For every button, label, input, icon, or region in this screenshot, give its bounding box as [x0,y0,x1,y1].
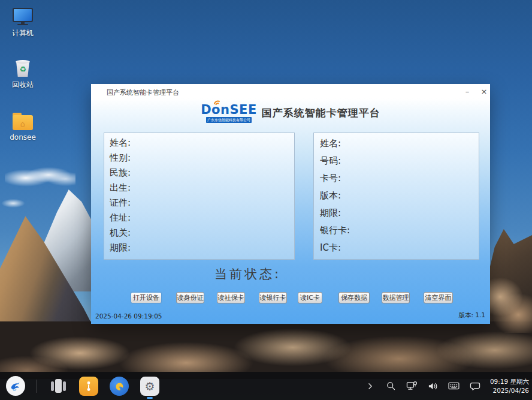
wifi-signal-icon [213,99,221,105]
save-data-button[interactable]: 保存数据 [338,292,370,303]
gear-icon: ⚙ [140,377,159,396]
company-name: 广东东信智能科技有限公司 [206,117,252,123]
clear-interface-button[interactable]: 清空界面 [424,292,453,303]
card-info-panel: 姓名: 号码: 卡号: 版本: 期限: 银行卡: IC卡: [313,133,479,260]
system-tray: 09:19 星期六 2025/04/26 [364,372,529,400]
data-management-button[interactable]: 数据管理 [382,292,410,303]
field-label: 期限: [110,240,294,255]
read-social-security-card-button[interactable]: 读社保卡 [217,292,245,303]
field-label: 版本: [320,187,479,204]
multitask-icon [51,379,66,393]
settings-app-button[interactable]: ⚙ [140,377,159,396]
current-status-heading: 当前状态: [214,266,281,282]
clock-time: 09:19 星期六 [490,377,529,386]
start-menu-button[interactable] [6,377,25,396]
desktop-icon-donsee-folder[interactable]: ⌂ donsee [4,111,42,142]
logo-header: DonSEE 广东东信智能科技有限公司 国产系统智能卡管理平台 [91,103,490,123]
field-label: 出生: [110,181,294,196]
wallpaper-snow-peak [31,190,96,291]
tray-expand-chevron-icon[interactable] [364,380,376,392]
brand-wordmark: DonSEE [201,103,257,116]
taskbar-separator [37,380,37,393]
wallpaper-right-ridge [486,229,532,379]
read-ic-card-button[interactable]: 读IC卡 [298,292,322,303]
home-glyph: ⌂ [13,115,33,130]
field-label: 住址: [110,210,294,225]
computer-icon [13,6,33,25]
message-bubble-icon[interactable] [469,380,481,392]
field-label: 性别: [110,151,294,166]
brand-text: DonSEE [201,103,257,117]
statusbar-timestamp: 2025-04-26 09:19:05 [95,312,162,320]
wallpaper-cloud [5,167,75,187]
window-titlebar[interactable]: 国产系统智能卡管理平台 – × [91,84,490,100]
taskbar-dock: ⚙ [6,372,159,400]
field-label: 民族: [110,166,294,181]
network-icon[interactable] [406,380,418,392]
field-label: 银行卡: [320,222,479,239]
taskbar-clock[interactable]: 09:19 星期六 2025/04/26 [490,377,529,394]
id-card-panel: 姓名: 性别: 民族: 出生: 证件: 住址: 机关: 期限: [104,133,295,260]
field-label: 卡号: [320,170,479,187]
file-transfer-app-button[interactable] [79,377,98,396]
connect-icon [79,377,98,396]
desktop-icon-recycle-bin[interactable]: ♻ 回收站 [4,58,42,90]
browser-app-button[interactable] [110,377,129,396]
open-device-button[interactable]: 打开设备 [131,292,162,303]
clock-date: 2025/04/26 [490,386,529,395]
multitask-view-button[interactable] [49,377,68,396]
wallpaper-mist-clouds [0,321,532,379]
minimize-button[interactable]: – [460,85,474,98]
keyboard-icon[interactable] [448,380,460,392]
field-label: 机关: [110,225,294,240]
running-app-indicator [147,397,153,399]
field-label: 姓名: [110,136,294,151]
field-label: 号码: [320,152,479,170]
app-heading: 国产系统智能卡管理平台 [262,106,380,120]
field-label: IC卡: [320,239,479,257]
wallpaper-rock-peak [0,211,96,379]
desktop-icon-computer[interactable]: 计算机 [4,6,42,38]
wallpaper-clouds-right [486,273,532,333]
taskbar: ⚙ [0,372,532,400]
desktop-icon-label: donsee [10,133,36,142]
statusbar-version: 版本: 1.1 [458,311,485,320]
donsee-logo: DonSEE 广东东信智能科技有限公司 [201,103,257,123]
read-bank-card-button[interactable]: 读银行卡 [259,292,287,303]
read-id-card-button[interactable]: 读身份证 [176,292,204,303]
recycle-glyph: ♻ [15,64,31,75]
close-button[interactable]: × [477,85,491,98]
recycle-bin-icon: ♻ [15,58,31,77]
field-label: 姓名: [320,135,479,152]
wallpaper-valley [0,321,532,379]
field-label: 期限: [320,204,479,222]
desktop-icon-label: 计算机 [12,28,34,38]
desktop-screen: 计算机 ♻ 回收站 ⌂ donsee 国产系统智能卡管理平台 – × [0,0,532,400]
window-title: 国产系统智能卡管理平台 [107,88,179,97]
wallpaper-cloud-small [0,199,26,207]
folder-icon: ⌂ [13,111,33,130]
tiger-browser-icon [110,377,129,396]
field-label: 证件: [110,196,294,210]
volume-icon[interactable] [427,380,439,392]
kylin-logo-icon [6,376,25,396]
search-icon[interactable] [385,380,397,392]
smartcard-app-window: 国产系统智能卡管理平台 – × DonSEE 广东东信智能科技有限公司 国产系统… [91,84,490,324]
desktop-icon-label: 回收站 [12,80,34,90]
